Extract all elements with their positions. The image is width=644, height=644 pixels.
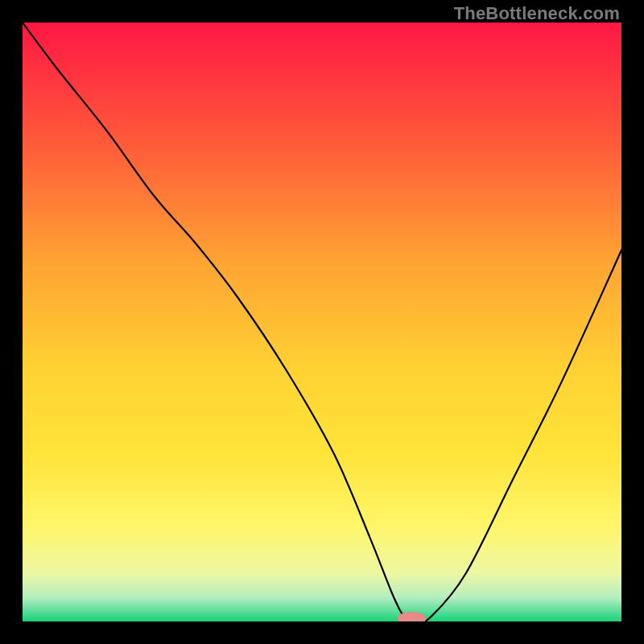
chart-frame: TheBottleneck.com [0, 0, 644, 644]
plot-area [23, 23, 621, 621]
bottleneck-plot-svg [23, 23, 621, 621]
attribution-label: TheBottleneck.com [454, 3, 620, 24]
gradient-background [23, 23, 621, 621]
